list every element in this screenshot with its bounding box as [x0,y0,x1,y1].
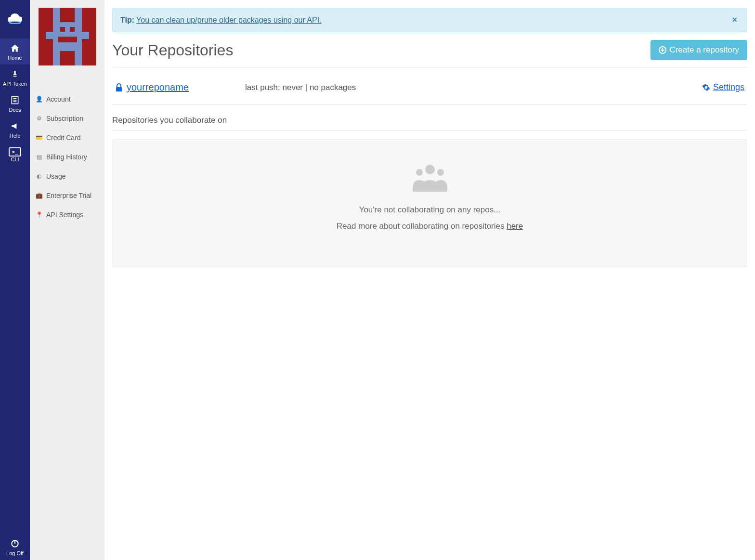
svg-rect-14 [70,27,75,32]
nav-rail: Home API Token Docs Help >_ CLI Log Off [0,0,30,560]
sidebar-item-api-settings[interactable]: 📍API Settings [30,205,104,224]
logo[interactable] [0,0,30,39]
sidebar-item-label: Billing History [46,153,87,161]
svg-rect-17 [82,32,89,39]
sidebar: 👤Account ⚙Subscription 💳Credit Card ▤Bil… [30,0,104,560]
svg-rect-15 [58,37,77,42]
svg-point-24 [425,165,435,174]
collab-readmore-prefix: Read more about collaborating on reposit… [337,221,507,231]
nav-api-token-label: API Token [3,81,27,87]
sidebar-item-account[interactable]: 👤Account [30,90,104,109]
gear-icon: ⚙ [36,115,42,122]
avatar [39,8,96,65]
doc-icon [10,95,20,105]
nav-logoff[interactable]: Log Off [0,534,30,560]
people-icon [122,164,737,194]
home-icon [10,43,20,53]
cli-icon: >_ [9,147,21,156]
key-icon [10,69,20,79]
svg-point-0 [9,22,21,24]
create-repository-button[interactable]: Create a repository [651,40,747,60]
nav-help-label: Help [10,133,21,139]
repo-link[interactable]: yourreponame [115,82,245,93]
card-icon: 💳 [36,134,42,141]
nav-logoff-label: Log Off [6,550,24,556]
svg-rect-19 [75,51,82,65]
repo-name-text: yourreponame [127,82,189,93]
repo-settings-label: Settings [713,82,744,92]
svg-rect-1 [14,71,15,74]
collab-empty-text: You're not collaborating on any repos... [122,205,737,215]
sidebar-item-label: Usage [46,172,65,180]
nav-docs-label: Docs [9,107,21,113]
svg-rect-18 [53,51,60,65]
sidebar-item-label: Account [46,95,71,103]
svg-rect-13 [60,27,65,32]
cloud-icon [8,13,22,25]
main-content: Tip: You can clean up/prune older packag… [104,0,755,560]
side-menu: 👤Account ⚙Subscription 💳Credit Card ▤Bil… [30,90,104,224]
collab-readmore-link[interactable]: here [507,221,523,231]
repo-settings-link[interactable]: Settings [702,82,744,92]
pin-icon: 📍 [36,211,42,218]
tip-alert: Tip: You can clean up/prune older packag… [112,8,747,32]
svg-rect-11 [75,8,82,22]
bullhorn-icon [10,121,20,131]
repo-row: yourreponame last push: never | no packa… [112,77,747,105]
create-repository-label: Create a repository [669,45,739,55]
list-icon: ▤ [36,154,42,160]
nav-api-token[interactable]: API Token [0,65,30,91]
sidebar-item-credit-card[interactable]: 💳Credit Card [30,128,104,147]
svg-point-25 [416,169,423,176]
tip-label: Tip: [120,16,134,25]
svg-rect-23 [116,87,122,91]
page-title: Your Repositories [112,41,233,59]
sidebar-item-enterprise-trial[interactable]: 💼Enterprise Trial [30,186,104,205]
collab-empty-state: You're not collaborating on any repos...… [112,139,747,267]
tip-link[interactable]: You can clean up/prune older packages us… [136,16,322,25]
nav-home[interactable]: Home [0,39,30,65]
nav-docs[interactable]: Docs [0,91,30,117]
alert-close-button[interactable]: × [730,15,739,25]
svg-rect-16 [46,32,53,39]
svg-point-26 [437,169,444,176]
nav-help[interactable]: Help [0,117,30,143]
collab-heading: Repositories you collaborate on [112,116,747,130]
nav-cli-label: CLI [11,156,19,162]
user-icon: 👤 [36,96,42,103]
svg-rect-3 [13,76,17,77]
briefcase-icon: 💼 [36,192,42,199]
repo-status: last push: never | no packages [245,83,356,92]
sidebar-item-label: API Settings [46,211,83,219]
gear-icon [702,83,710,91]
nav-home-label: Home [8,55,22,61]
sidebar-item-label: Credit Card [46,134,81,142]
separator [112,67,747,67]
sidebar-item-label: Enterprise Trial [46,192,91,199]
collab-readmore: Read more about collaborating on reposit… [122,221,737,231]
lock-icon [115,83,123,92]
sidebar-item-label: Subscription [46,115,83,122]
power-icon [10,539,20,548]
sidebar-item-billing-history[interactable]: ▤Billing History [30,147,104,167]
sidebar-item-usage[interactable]: ◐Usage [30,167,104,186]
svg-rect-10 [53,8,60,22]
svg-rect-2 [13,74,17,75]
plus-circle-icon [659,46,666,54]
nav-cli[interactable]: >_ CLI [0,143,30,166]
gauge-icon: ◐ [36,173,42,180]
sidebar-item-subscription[interactable]: ⚙Subscription [30,109,104,128]
page-header: Your Repositories Create a repository [112,40,747,60]
